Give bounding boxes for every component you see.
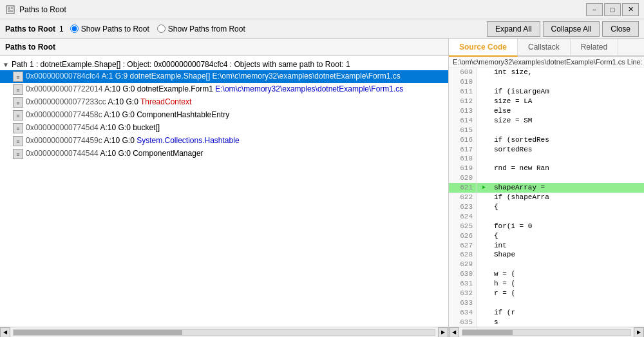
collapse-all-button[interactable]: Collapse All xyxy=(543,21,600,37)
code-line: 631 h = ( xyxy=(449,279,644,289)
titlebar: Paths to Root − □ ✕ xyxy=(0,0,644,19)
minimize-button[interactable]: − xyxy=(586,3,603,16)
svg-rect-3 xyxy=(8,10,13,12)
line-content: int size, xyxy=(490,68,532,76)
tab-related[interactable]: Related xyxy=(571,39,618,55)
toolbar-buttons: Expand All Collapse All Close xyxy=(487,21,639,37)
line-number: 610 xyxy=(449,77,477,87)
line-content: int xyxy=(490,242,507,249)
row-address: 0x000000000077233cc xyxy=(26,97,108,106)
scrollbar-track[interactable] xyxy=(13,329,435,336)
tree-row[interactable]: ≡0x000000000744544 A:10 G:0 ComponentMan… xyxy=(0,148,448,160)
window-close-button[interactable]: ✕ xyxy=(622,3,639,16)
code-line: 619 rnd = new Ran xyxy=(449,164,644,173)
line-number: 614 xyxy=(449,115,477,125)
line-content: if (isLargeAm xyxy=(490,88,549,95)
tree-row[interactable]: ≡0x000000000784cfc4 A:1 G:9 dotnetExampl… xyxy=(0,70,448,83)
row-address: 0x0000000007745d4 xyxy=(26,123,100,132)
panel-title: Paths to Root xyxy=(0,39,448,56)
source-info-bar: E:\om\c\memory32\examples\dotnetExample\… xyxy=(449,57,644,68)
right-scrollbar-thumb[interactable] xyxy=(462,330,513,335)
tab-callstack[interactable]: Callstack xyxy=(518,39,571,55)
code-line: 614 size = SM xyxy=(449,115,644,125)
scroll-right[interactable]: ▶ xyxy=(438,327,448,338)
radio-from-root-label: Show Paths from Root xyxy=(168,24,245,34)
scroll-left[interactable]: ◀ xyxy=(0,327,10,338)
tree-row[interactable]: ≡0x000000000077233cc A:10 G:0 ThreadCont… xyxy=(0,96,448,109)
code-lines-container: 609 int size,610611 if (isLargeAm612 siz… xyxy=(449,68,644,327)
path-header[interactable]: ▼ Path 1 : dotnetExample.Shape[] : Objec… xyxy=(0,59,448,70)
row-address: 0x000000000774459c xyxy=(26,136,104,145)
line-number: 627 xyxy=(449,240,477,250)
right-scroll-right[interactable]: ▶ xyxy=(634,327,644,338)
row-icon: ≡ xyxy=(13,97,23,108)
scrollbar-thumb[interactable] xyxy=(14,330,182,335)
code-line: 625 for(i = 0 xyxy=(449,221,644,231)
row-address: 0x000000000784cfc4 xyxy=(26,72,101,81)
radio-from-root[interactable]: Show Paths from Root xyxy=(157,24,245,34)
code-line: 611 if (isLargeAm xyxy=(449,87,644,97)
right-scrollbar[interactable]: ◀ ▶ xyxy=(449,327,644,337)
code-line: 627 int xyxy=(449,240,644,250)
line-content: w = ( xyxy=(490,270,515,278)
line-number: 611 xyxy=(449,87,477,97)
line-number: 612 xyxy=(449,97,477,106)
line-content: if (sortedRes xyxy=(490,136,549,144)
code-line: 628 Shape xyxy=(449,250,644,260)
line-content: rnd = new Ran xyxy=(490,164,549,172)
code-view[interactable]: 609 int size,610611 if (isLargeAm612 siz… xyxy=(449,68,644,327)
row-path: ThreadContext xyxy=(140,97,191,106)
tree-content[interactable]: ▼ Path 1 : dotnetExample.Shape[] : Objec… xyxy=(0,56,448,327)
radio-to-root-input[interactable] xyxy=(70,24,79,33)
line-number: 620 xyxy=(449,173,477,183)
window-title: Paths to Root xyxy=(19,5,586,14)
code-line: 634 if (r xyxy=(449,307,644,317)
row-path: E:\om\c\memory32\examples\dotnetExample\… xyxy=(213,72,401,81)
line-content: for(i = 0 xyxy=(490,222,532,230)
row-icon: ≡ xyxy=(13,136,23,146)
code-line: 616 if (sortedRes xyxy=(449,135,644,144)
code-line: 613 else xyxy=(449,106,644,116)
tree-row[interactable]: ≡0x000000000774458c A:10 G:0 ComponentHa… xyxy=(0,109,448,122)
path-header-text: Path 1 : dotnetExample.Shape[] : Object:… xyxy=(12,60,350,69)
line-number: 619 xyxy=(449,164,477,173)
code-line: 609 int size, xyxy=(449,68,644,77)
right-scrollbar-track[interactable] xyxy=(462,329,631,336)
line-number: 613 xyxy=(449,106,477,116)
row-path: ComponentManager xyxy=(133,149,203,158)
code-line: 620 xyxy=(449,173,644,183)
line-content: s xyxy=(490,318,498,326)
row-path: System.Collections.Hashtable xyxy=(137,136,239,145)
tree-row[interactable]: ≡0x0000000007745d4 A:10 G:0 bucket[] xyxy=(0,122,448,135)
tab-source-code[interactable]: Source Code xyxy=(449,39,518,57)
code-line: 622 if (shapeArra xyxy=(449,193,644,202)
code-line: 624 xyxy=(449,211,644,221)
line-content: if (shapeArra xyxy=(490,193,549,201)
main-content: Paths to Root ▼ Path 1 : dotnetExample.S… xyxy=(0,39,644,337)
line-content: r = ( xyxy=(490,289,515,297)
expand-all-button[interactable]: Expand All xyxy=(487,21,540,37)
line-number: 621 xyxy=(449,183,477,193)
radio-to-root[interactable]: Show Paths to Root xyxy=(70,24,149,34)
line-content: Shape xyxy=(490,251,515,258)
line-content: sortedRes xyxy=(490,146,532,153)
line-number: 616 xyxy=(449,135,477,144)
line-content: size = SM xyxy=(490,117,532,124)
right-scroll-left[interactable]: ◀ xyxy=(449,327,459,338)
close-button[interactable]: Close xyxy=(602,21,639,37)
code-line: 617 sortedRes xyxy=(449,144,644,154)
row-path: E:\om\c\memory32\examples\dotnetExample\… xyxy=(215,84,403,93)
line-number: 617 xyxy=(449,144,477,154)
line-content: { xyxy=(490,232,498,240)
radio-from-root-input[interactable] xyxy=(157,24,166,33)
svg-rect-2 xyxy=(11,7,13,9)
horizontal-scrollbar[interactable]: ◀ ▶ xyxy=(0,327,448,337)
line-number: 635 xyxy=(449,317,477,327)
maximize-button[interactable]: □ xyxy=(604,3,621,16)
line-content: shapeArray = xyxy=(490,184,545,191)
code-line: 623 { xyxy=(449,202,644,212)
tree-row[interactable]: ≡0x000000000774459c A:10 G:0 System.Coll… xyxy=(0,135,448,148)
row-info: A:10 G:0 xyxy=(104,136,137,145)
tree-row[interactable]: ≡0x0000000007722014 A:10 G:0 dotnetExamp… xyxy=(0,83,448,96)
row-info: A:10 G:0 xyxy=(100,149,133,158)
